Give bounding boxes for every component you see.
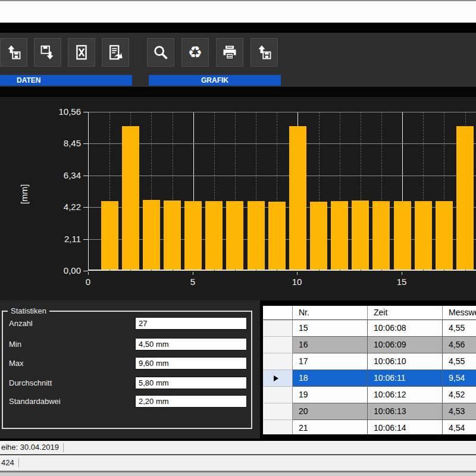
bar-8	[248, 201, 265, 270]
row-selector-cell[interactable]	[263, 337, 293, 353]
window-bottom-edge	[0, 472, 476, 476]
bar-11	[310, 202, 327, 270]
document-curved-arrow-icon	[107, 44, 124, 61]
row-selector-cell[interactable]	[263, 320, 293, 337]
load-data-button[interactable]	[0, 38, 27, 67]
y-axis-tick-label: 0,00	[0, 265, 81, 277]
cell-messwert[interactable]: 4,55	[443, 320, 476, 337]
cell-messwert[interactable]: 4,55	[443, 353, 476, 370]
row-selector-cell[interactable]	[263, 403, 293, 420]
stat-label-standardabwei: Standardabwei	[9, 397, 61, 406]
status-separator	[63, 443, 64, 452]
cell-nr[interactable]: 19	[293, 387, 368, 403]
measurement-bar-chart: 0,002,114,226,348,4510,56051015[mm]	[0, 97, 476, 300]
min-field[interactable]	[135, 338, 247, 350]
status-bar-series: eihe: 30.04.2019	[0, 441, 476, 455]
cell-messwert[interactable]: 9,54	[443, 370, 476, 387]
measurements-table[interactable]: Nr.ZeitMesswert1510:06:084,551610:06:094…	[263, 306, 476, 434]
stat-label-max: Max	[9, 359, 24, 368]
toolbar-group-grafik-label: GRAFIK	[149, 75, 281, 86]
save-graphic-button[interactable]	[250, 38, 278, 67]
cell-zeit[interactable]: 10:06:11	[368, 370, 443, 387]
anzahl-field[interactable]	[135, 317, 247, 330]
document-x-icon	[73, 44, 90, 61]
statistics-panel: Statistiken AnzahlMinMaxDurchschnittStan…	[0, 300, 260, 439]
table-row-19[interactable]: 1910:06:124,52	[263, 387, 476, 403]
table-row-18[interactable]: 1810:06:119,54	[263, 370, 476, 387]
bar-17	[436, 201, 453, 270]
table-row-17[interactable]: 1710:06:104,55	[263, 353, 476, 370]
bar-9	[268, 202, 286, 270]
status-separator	[18, 458, 19, 467]
column-header-nr[interactable]: Nr.	[293, 306, 368, 320]
cell-nr[interactable]: 16	[293, 337, 368, 353]
y-axis-tick	[83, 239, 88, 240]
export-data-button[interactable]	[102, 38, 129, 67]
cell-nr[interactable]: 18	[293, 370, 368, 387]
device-status: 424	[0, 456, 14, 470]
toolbar-group-daten-label: DATEN	[0, 75, 132, 86]
statistics-title: Statistiken	[8, 306, 49, 315]
row-selector-header	[263, 306, 293, 320]
current-row-indicator-cell[interactable]	[263, 370, 293, 387]
cell-nr[interactable]: 17	[293, 353, 368, 370]
y-axis-tick	[83, 207, 88, 208]
zoom-button[interactable]	[147, 38, 174, 67]
stat-label-durchschnitt: Durchschnitt	[9, 378, 52, 387]
max-field[interactable]	[135, 357, 247, 369]
row-selector-cell[interactable]	[263, 353, 293, 370]
cell-zeit[interactable]: 10:06:10	[368, 353, 443, 370]
stat-label-anzahl: Anzahl	[9, 319, 33, 328]
cell-nr[interactable]: 20	[293, 403, 368, 420]
arrow-up-floppy-icon	[256, 44, 273, 61]
x-axis-tick-label: 15	[390, 277, 414, 287]
cell-messwert[interactable]: 4,52	[443, 387, 476, 403]
clear-data-button[interactable]	[68, 38, 95, 67]
table-header-row: Nr.ZeitMesswert	[263, 306, 476, 320]
save-data-button[interactable]	[34, 38, 61, 67]
standardabwei-field[interactable]	[135, 395, 247, 408]
y-axis-tick	[83, 112, 88, 112]
y-axis-tick-label: 8,45	[0, 137, 81, 149]
cell-messwert[interactable]: 4,56	[443, 337, 476, 353]
x-axis-tick-label: 10	[285, 277, 309, 287]
bottom-section: Statistiken AnzahlMinMaxDurchschnittStan…	[0, 300, 476, 439]
table-row-15[interactable]: 1510:06:084,55	[263, 320, 476, 337]
row-selector-cell[interactable]	[263, 420, 293, 434]
cell-zeit[interactable]: 10:06:14	[368, 420, 443, 434]
cell-zeit[interactable]: 10:06:13	[368, 403, 443, 420]
print-button[interactable]	[216, 38, 243, 67]
row-selector-cell[interactable]	[263, 387, 293, 403]
cell-zeit[interactable]: 10:06:08	[368, 320, 443, 337]
column-header-zeit[interactable]: Zeit	[368, 306, 443, 320]
cell-nr[interactable]: 21	[293, 420, 368, 434]
cell-zeit[interactable]: 10:06:12	[368, 387, 443, 403]
x-axis-tick-label: 0	[76, 277, 100, 287]
cell-zeit[interactable]: 10:06:09	[368, 337, 443, 353]
statistics-groupbox: Statistiken AnzahlMinMaxDurchschnittStan…	[2, 311, 252, 429]
x-axis-tick-label: 5	[181, 277, 205, 287]
cell-nr[interactable]: 15	[293, 320, 368, 337]
column-header-messwert[interactable]: Messwert	[443, 306, 476, 320]
cell-messwert[interactable]: 4,53	[443, 403, 476, 420]
table-row-16[interactable]: 1610:06:094,56	[263, 337, 476, 353]
table-row-21[interactable]: 2110:06:144,54	[263, 420, 476, 434]
x-axis-tick	[297, 272, 298, 275]
durchschnitt-field[interactable]	[135, 377, 247, 389]
floppy-arrow-down-icon	[39, 44, 56, 61]
series-date-status: eihe: 30.04.2019	[0, 441, 59, 454]
bar-1	[101, 201, 118, 270]
current-row-arrow-icon	[274, 375, 278, 381]
y-axis-unit-label: [mm]	[19, 184, 29, 204]
bar-6	[205, 201, 223, 270]
bar-15	[394, 201, 411, 270]
separator-band	[0, 23, 476, 33]
bar-5	[184, 201, 202, 270]
table-row-20[interactable]: 2010:06:134,53	[263, 403, 476, 420]
application-window: DATEN GRAFIK ♻ 0,002,114,226,348,4510,56…	[0, 0, 476, 476]
cell-messwert[interactable]: 4,54	[443, 420, 476, 434]
bar-14	[372, 201, 390, 270]
y-axis-tick-label: 4,22	[0, 201, 81, 213]
refresh-button[interactable]: ♻	[181, 38, 209, 67]
bar-13	[352, 201, 369, 270]
